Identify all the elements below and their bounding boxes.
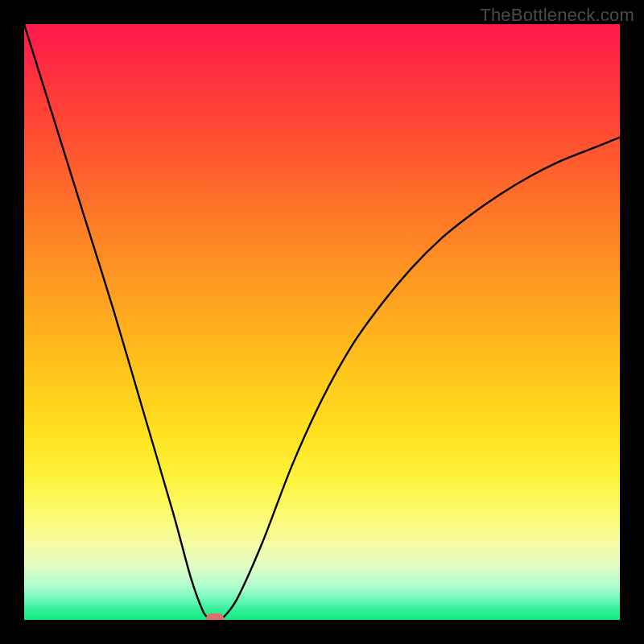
optimal-point-marker xyxy=(206,613,224,620)
bottleneck-curve xyxy=(24,24,620,620)
chart-frame xyxy=(24,24,620,620)
watermark-text: TheBottleneck.com xyxy=(480,5,634,26)
